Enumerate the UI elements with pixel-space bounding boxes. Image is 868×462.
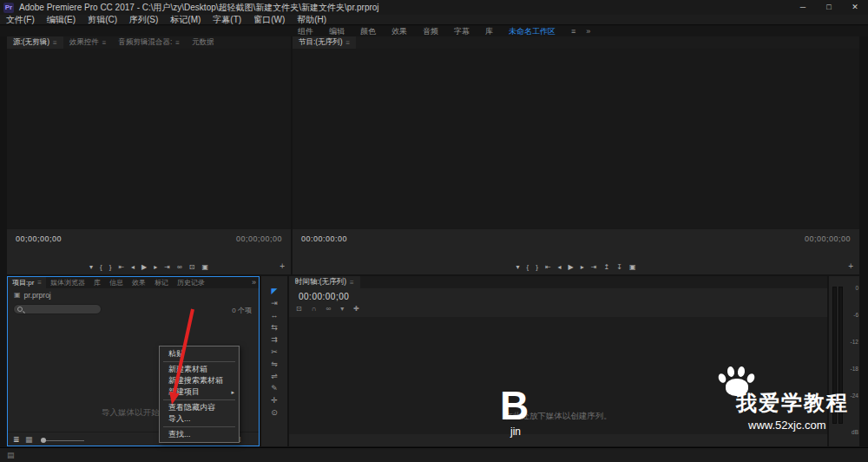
workspace-menu-icon[interactable]: ≡ <box>571 27 575 36</box>
menu-window[interactable]: 窗口(W) <box>247 15 291 25</box>
program-mark-in-button[interactable]: { <box>527 263 529 271</box>
tab-libraries[interactable]: 库 <box>89 277 105 288</box>
workspace-tab-libraries[interactable]: 库 <box>485 26 493 37</box>
zoom-slider[interactable] <box>43 440 84 441</box>
tab-audio-clip-mixer-label: 音频剪辑混合器: <box>118 37 172 48</box>
tab-metadata[interactable]: 元数据 <box>186 36 220 49</box>
context-menu-new-item[interactable]: 新建项目 ▸ <box>160 386 239 398</box>
context-menu-new-bin[interactable]: 新建素材箱 <box>160 364 239 375</box>
program-duration-timecode: 00;00;00;00 <box>805 234 851 243</box>
tab-project[interactable]: 项目:pr ≡ <box>8 277 46 288</box>
zoom-tool-icon[interactable]: ⊙ <box>261 406 287 419</box>
project-breadcrumb-label[interactable]: pr.prproj <box>24 291 51 300</box>
list-view-icon[interactable]: ≣ <box>13 435 20 444</box>
tab-timeline[interactable]: 时间轴:(无序列) ≡ <box>289 276 360 288</box>
tab-info[interactable]: 信息 <box>105 277 128 288</box>
workspace-overflow-icon[interactable]: » <box>586 27 590 36</box>
rolling-edit-tool-icon[interactable]: ⇆ <box>261 321 287 333</box>
tab-metadata-label: 元数据 <box>192 37 214 48</box>
premiere-window: Pr Adobe Premiere Pro CC 2017 - C:\用户\zy… <box>0 0 868 462</box>
program-step-forward-button[interactable]: ▸ <box>581 263 584 271</box>
selection-tool-icon[interactable]: ◤ <box>261 285 287 297</box>
close-icon[interactable]: ✕ <box>842 0 868 15</box>
maximize-icon[interactable]: □ <box>816 0 842 15</box>
timeline-panel-menu-icon[interactable]: ≡ <box>350 279 354 287</box>
icon-view-icon[interactable]: ▦ <box>25 435 33 444</box>
source-go-to-in-button[interactable]: ⇤ <box>118 263 124 271</box>
workspace-tab-audio[interactable]: 音频 <box>423 26 438 37</box>
snap-icon[interactable]: ∩ <box>312 305 317 313</box>
effect-controls-menu-icon[interactable]: ≡ <box>102 39 107 47</box>
timeline-add-marker-icon[interactable]: ▾ <box>340 305 344 313</box>
context-menu-new-search-bin[interactable]: 新建搜索素材箱 <box>160 375 239 386</box>
workspace-tab-editing[interactable]: 编辑 <box>329 26 345 37</box>
project-panel-menu-icon[interactable]: ≡ <box>37 279 42 287</box>
context-menu-paste[interactable]: 粘贴 <box>160 348 239 360</box>
program-mark-out-button[interactable]: } <box>536 263 538 271</box>
project-tabs-overflow-icon[interactable]: » <box>252 278 256 287</box>
tab-source[interactable]: 源:(无剪辑) ≡ <box>7 36 63 49</box>
program-export-frame-button[interactable]: ▣ <box>629 263 636 271</box>
slip-tool-icon[interactable]: ⇋ <box>261 358 287 370</box>
source-safe-margins-button[interactable]: ⊡ <box>189 263 195 271</box>
source-export-frame-button[interactable]: ▣ <box>201 263 208 271</box>
audio-clip-mixer-menu-icon[interactable]: ≡ <box>175 39 180 47</box>
timeline-settings-icon[interactable]: ✚ <box>353 305 359 313</box>
rate-stretch-tool-icon[interactable]: ⇉ <box>261 333 287 346</box>
program-add-button[interactable]: + <box>848 261 853 271</box>
tab-media-browser[interactable]: 媒体浏览器 <box>46 277 89 288</box>
menu-sequence[interactable]: 序列(S) <box>123 15 164 25</box>
workspace-tab-captions[interactable]: 字幕 <box>454 26 470 37</box>
audio-meter-panel: 0 -6 -12 -18 -24 dB <box>829 276 859 446</box>
program-panel-menu-icon[interactable]: ≡ <box>346 39 351 47</box>
tab-history[interactable]: 历史记录 <box>173 277 209 288</box>
zoom-slider-knob[interactable] <box>41 438 46 443</box>
ripple-edit-tool-icon[interactable]: ↔ <box>261 309 287 321</box>
context-menu-import[interactable]: 导入... <box>160 413 239 425</box>
source-step-back-button[interactable]: ◂ <box>131 263 135 271</box>
program-step-back-button[interactable]: ◂ <box>558 263 562 271</box>
program-go-to-in-button[interactable]: ⇤ <box>545 263 551 271</box>
search-input[interactable] <box>13 304 102 314</box>
source-add-button[interactable]: + <box>279 261 285 271</box>
source-step-forward-button[interactable]: ▸ <box>154 263 157 271</box>
tab-program[interactable]: 节目:(无序列) ≡ <box>293 36 356 49</box>
menu-markers[interactable]: 标记(M) <box>164 15 207 25</box>
timeline-tabstrip: 时间轴:(无序列) ≡ <box>289 276 827 288</box>
tab-audio-clip-mixer[interactable]: 音频剪辑混合器: ≡ <box>112 36 186 49</box>
program-lift-button[interactable]: ↥ <box>603 263 609 271</box>
source-play-button[interactable]: ▶ <box>141 263 147 271</box>
hand-tool-icon[interactable]: ✛ <box>261 394 287 406</box>
program-play-button[interactable]: ▶ <box>569 263 574 271</box>
menu-edit[interactable]: 编辑(E) <box>41 15 82 25</box>
context-menu-view-hidden[interactable]: 查看隐藏内容 <box>160 402 239 413</box>
razor-tool-icon[interactable]: ✂ <box>261 346 287 358</box>
linked-selection-icon[interactable]: ∞ <box>326 305 331 313</box>
minimize-icon[interactable]: ─ <box>790 0 816 15</box>
tab-effect-controls[interactable]: 效果控件 ≡ <box>63 36 113 49</box>
workspace-tab-unnamed[interactable]: 未命名工作区 <box>509 26 556 37</box>
slide-tool-icon[interactable]: ⇌ <box>261 370 287 382</box>
pen-tool-icon[interactable]: ✎ <box>261 382 287 394</box>
source-add-marker-button[interactable]: ▾ <box>89 263 93 271</box>
tab-markers[interactable]: 标记 <box>150 277 173 288</box>
track-select-forward-tool-icon[interactable]: ⇥ <box>261 297 287 309</box>
program-go-to-out-button[interactable]: ⇥ <box>591 263 597 271</box>
menu-file[interactable]: 文件(F) <box>0 15 41 25</box>
workspace-tab-effects[interactable]: 效果 <box>391 26 407 37</box>
tab-effects[interactable]: 效果 <box>128 277 150 288</box>
context-menu-find[interactable]: 查找... <box>160 429 239 440</box>
menu-help[interactable]: 帮助(H) <box>291 15 332 25</box>
source-panel-menu-icon[interactable]: ≡ <box>53 39 57 47</box>
program-extract-button[interactable]: ↧ <box>616 263 622 271</box>
source-mark-in-button[interactable]: { <box>100 263 102 271</box>
source-loop-button[interactable]: ∞ <box>177 263 182 271</box>
workspace-tab-color[interactable]: 颜色 <box>360 26 376 37</box>
menu-titles[interactable]: 字幕(T) <box>207 15 247 25</box>
source-mark-out-button[interactable]: } <box>109 263 112 271</box>
source-go-to-out-button[interactable]: ⇥ <box>164 263 170 271</box>
nest-toggle-icon[interactable]: ⊡ <box>296 305 302 313</box>
workspace-tab-assembly[interactable]: 组件 <box>298 26 313 37</box>
program-add-marker-button[interactable]: ▾ <box>516 263 520 271</box>
menu-clip[interactable]: 剪辑(C) <box>82 15 123 25</box>
